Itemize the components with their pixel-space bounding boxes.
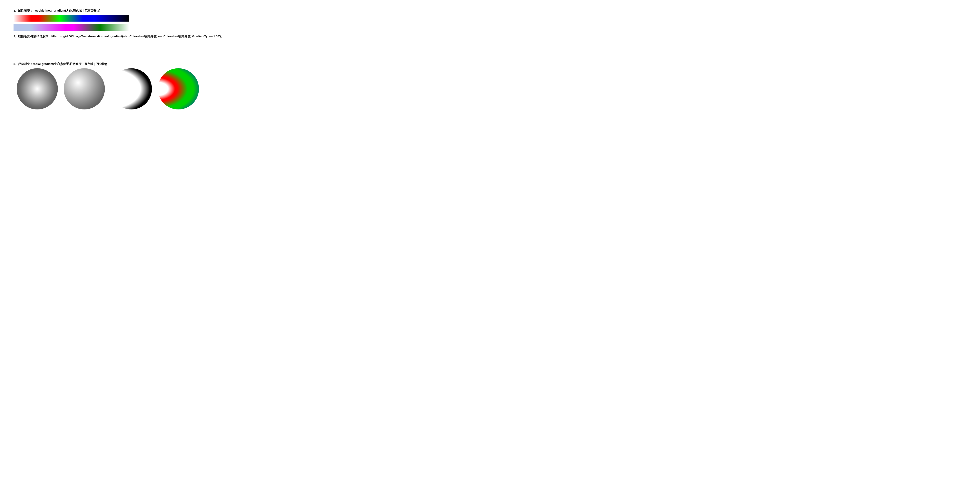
linear-gradient-bar-1 (14, 15, 129, 22)
radial-sphere-center (17, 68, 58, 110)
radial-crescent (111, 68, 152, 110)
spacer (14, 41, 966, 62)
section3-heading: 3、径向渐变：radial-gradient(中心点位置,扩散程度，颜色域｜百分… (14, 62, 966, 66)
radial-sphere-offset (64, 68, 105, 110)
radial-rainbow (158, 68, 199, 110)
linear-gradient-bar-2 (14, 24, 129, 31)
section2-heading: 2、线性渐变-兼容IE低版本：filter:progid:DXImageTran… (14, 35, 966, 38)
radial-gradient-row (14, 68, 966, 110)
demo-container: 1、线性渐变： -webkit-linear-gradient(方位,颜色域｜范… (8, 4, 972, 115)
section1-heading: 1、线性渐变： -webkit-linear-gradient(方位,颜色域｜范… (14, 9, 966, 13)
